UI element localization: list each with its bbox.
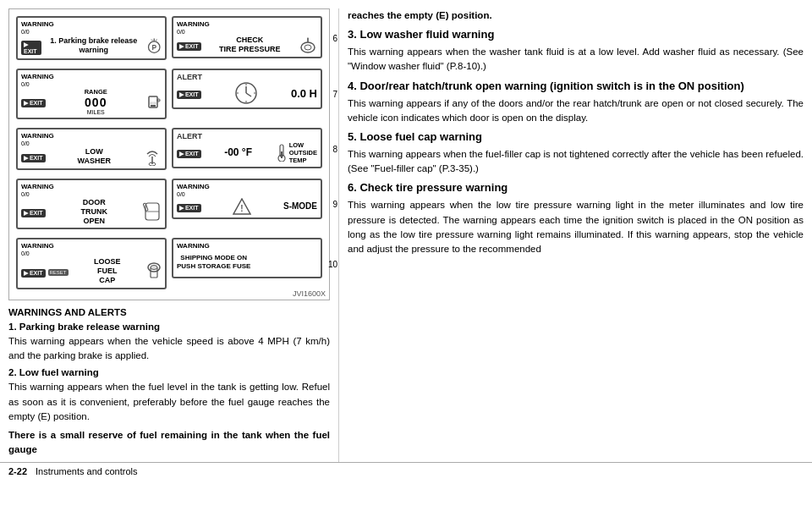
exit-btn-9[interactable]: ▶ EXIT bbox=[177, 204, 201, 212]
warn-panel-7: ALERT ▶ EXIT bbox=[172, 69, 322, 109]
thermometer-icon bbox=[276, 143, 288, 162]
warn-header-2: WARNING0/0 bbox=[21, 73, 162, 88]
panel-wrapper-10: WARNING SHIPPING MODE ONPUSH STORAGE FUS… bbox=[172, 238, 322, 289]
panel-wrapper-8: ALERT ▶ EXIT -00 °F bbox=[172, 128, 322, 170]
low-outside-temp-label: LOWOUTSIDETEMP bbox=[289, 141, 317, 164]
panel-wrapper-9: WARNING0/0 ▶ EXIT ! S-MODE bbox=[172, 179, 322, 229]
footer-page-num: 2-22 bbox=[8, 466, 27, 476]
panel-footer-4: ▶ EXIT bbox=[21, 207, 46, 217]
tire-pressure-icon: ! bbox=[299, 36, 317, 53]
diagram-id: JVI1600X bbox=[293, 289, 326, 298]
panel-wrapper-3: WARNING0/0 ▶ EXIT LOWWASHER bbox=[16, 128, 167, 170]
svg-rect-25 bbox=[281, 151, 283, 158]
alert-time-value: 0.0 H bbox=[291, 87, 317, 100]
panel-wrapper-2: WARNING0/0 ▶ EXIT RANGE 000 MILES bbox=[16, 69, 167, 119]
section6-title: 6. Check tire pressure warning bbox=[348, 181, 804, 195]
range-display: RANGE 000 MILES bbox=[85, 88, 107, 115]
warn-text-6: CHECKTIRE PRESSURE bbox=[219, 36, 281, 54]
alert-header-7: ALERT bbox=[177, 73, 317, 81]
warn-body-9: ▶ EXIT ! S-MODE bbox=[177, 198, 317, 215]
warn-panel-8: ALERT ▶ EXIT -00 °F bbox=[172, 128, 322, 168]
diagram-box: WARNING0/0 ▶ EXIT 1. Parking brake relea… bbox=[8, 8, 330, 300]
warnings-heading: WARNINGS AND ALERTS bbox=[8, 307, 330, 317]
warn-header-10: WARNING bbox=[177, 242, 317, 250]
smode-text: S-MODE bbox=[283, 201, 317, 212]
svg-text:P: P bbox=[151, 43, 156, 52]
svg-text:!: ! bbox=[241, 204, 244, 213]
content-area: WARNING0/0 ▶ EXIT 1. Parking brake relea… bbox=[0, 0, 812, 462]
warn-text-3: LOWWASHER bbox=[78, 147, 112, 166]
right-panel: reaches the empty (E) position. 3. Low w… bbox=[338, 8, 804, 462]
section1-title: 1. Parking brake release warning bbox=[8, 322, 330, 332]
exit-btn-4[interactable]: ▶ EXIT bbox=[21, 209, 46, 217]
warn-panel-1: WARNING0/0 ▶ EXIT 1. Parking brake relea… bbox=[16, 16, 167, 60]
exit-btn-3[interactable]: ▶ EXIT bbox=[21, 154, 46, 162]
warn-body-5: ▶ EXIT RESET LOOSEFUELCAP bbox=[21, 257, 162, 284]
warn-panel-10: WARNING SHIPPING MODE ONPUSH STORAGE FUS… bbox=[172, 238, 322, 278]
left-text-area: WARNINGS AND ALERTS 1. Parking brake rel… bbox=[8, 307, 330, 462]
exit-btn-8[interactable]: ▶ EXIT bbox=[177, 150, 201, 158]
section4-title: 4. Door/rear hatch/trunk open warning (i… bbox=[348, 80, 804, 94]
section2-bold-text: There is a small reserve of fuel remaini… bbox=[8, 430, 330, 454]
panel-footer-1: ▶ EXIT bbox=[21, 39, 41, 55]
item-number-8: 8 bbox=[332, 145, 337, 154]
warn-body-3: ▶ EXIT LOWWASHER bbox=[21, 147, 162, 166]
miles-label: MILES bbox=[85, 109, 107, 115]
exit-btn-2[interactable]: ▶ EXIT bbox=[21, 99, 46, 107]
section4-body: This warning appears if any of the doors… bbox=[348, 96, 804, 126]
warn-panel-2: WARNING0/0 ▶ EXIT RANGE 000 MILES bbox=[16, 69, 167, 119]
fuel-gauge-icon bbox=[146, 93, 162, 110]
svg-point-6 bbox=[304, 45, 311, 50]
warning-triangle-icon: ! bbox=[233, 198, 251, 215]
washer-icon bbox=[143, 147, 162, 166]
door-icon bbox=[143, 201, 162, 223]
footer-bar: 2-22 Instruments and controls bbox=[0, 462, 812, 480]
section5-title: 5. Loose fuel cap warning bbox=[348, 130, 804, 145]
panel-footer-9: ▶ EXIT bbox=[177, 202, 201, 212]
warn-text-1: 1. Parking brake release warning bbox=[44, 36, 144, 55]
svg-line-3 bbox=[151, 39, 152, 41]
item-number-10: 10 bbox=[328, 259, 337, 268]
warn-body-6: ▶ EXIT CHECKTIRE PRESSURE ! bbox=[177, 36, 317, 54]
warn-body-1: ▶ EXIT 1. Parking brake release warning … bbox=[21, 36, 162, 56]
exit-btn-1[interactable]: ▶ EXIT bbox=[21, 41, 41, 55]
panel-footer-5: ▶ EXIT RESET bbox=[21, 267, 69, 278]
item-number-7: 7 bbox=[332, 90, 337, 99]
reset-btn[interactable]: RESET bbox=[48, 269, 69, 276]
warn-header-5: WARNING0/0 bbox=[21, 242, 162, 257]
warn-panel-9: WARNING0/0 ▶ EXIT ! S-MODE bbox=[172, 179, 322, 219]
odo-value: 000 bbox=[85, 96, 107, 109]
left-panel: WARNING0/0 ▶ EXIT 1. Parking brake relea… bbox=[8, 8, 330, 462]
section5-body: This warning appears when the fuel-fille… bbox=[348, 147, 804, 177]
exit-btn-5[interactable]: ▶ EXIT bbox=[21, 269, 46, 278]
svg-text:!: ! bbox=[307, 36, 309, 42]
warn-panel-5: WARNING0/0 ▶ EXIT RESET LOOSEFUELCAP bbox=[16, 238, 167, 289]
exit-btn-6[interactable]: ▶ EXIT bbox=[177, 42, 201, 51]
diagram-grid: WARNING0/0 ▶ EXIT 1. Parking brake relea… bbox=[16, 16, 322, 293]
warn-body-10: SHIPPING MODE ONPUSH STORAGE FUSE bbox=[177, 250, 317, 274]
section1-body: This warning appears when the vehicle sp… bbox=[8, 334, 330, 364]
warn-panel-3: WARNING0/0 ▶ EXIT LOWWASHER bbox=[16, 128, 167, 170]
warn-panel-4: WARNING0/0 ▶ EXIT DOORTRUNKOPEN bbox=[16, 179, 167, 229]
panel-wrapper-1: WARNING0/0 ▶ EXIT 1. Parking brake relea… bbox=[16, 16, 167, 60]
warn-header-3: WARNING0/0 bbox=[21, 132, 162, 147]
panel-wrapper-7: ALERT ▶ EXIT bbox=[172, 69, 322, 119]
warn-body-8: ▶ EXIT -00 °F LOWOUTSIDETEMP bbox=[177, 140, 317, 164]
section6-body: This warning appears when the low tire p… bbox=[348, 198, 804, 256]
warn-text-10: SHIPPING MODE ONPUSH STORAGE FUSE bbox=[177, 254, 250, 270]
section2-bold: There is a small reserve of fuel remaini… bbox=[8, 428, 330, 458]
svg-point-33 bbox=[151, 265, 157, 269]
warn-body-2: ▶ EXIT RANGE 000 MILES bbox=[21, 88, 162, 115]
svg-line-16 bbox=[246, 93, 251, 96]
exit-btn-7[interactable]: ▶ EXIT bbox=[177, 91, 201, 99]
section3-body: This warning appears when the washer tan… bbox=[348, 45, 804, 74]
warn-text-4: DOORTRUNKOPEN bbox=[81, 198, 108, 225]
warn-header-4: WARNING0/0 bbox=[21, 183, 162, 198]
warn-header-1: WARNING0/0 bbox=[21, 20, 162, 36]
fuel-cap-icon bbox=[146, 262, 162, 281]
panel-footer-7: ▶ EXIT bbox=[177, 89, 201, 99]
section2-title: 2. Low fuel warning bbox=[8, 367, 330, 377]
temp-value: -00 °F bbox=[224, 146, 252, 158]
warn-body-7: ▶ EXIT bbox=[177, 81, 317, 105]
warn-header-9: WARNING0/0 bbox=[177, 183, 317, 198]
